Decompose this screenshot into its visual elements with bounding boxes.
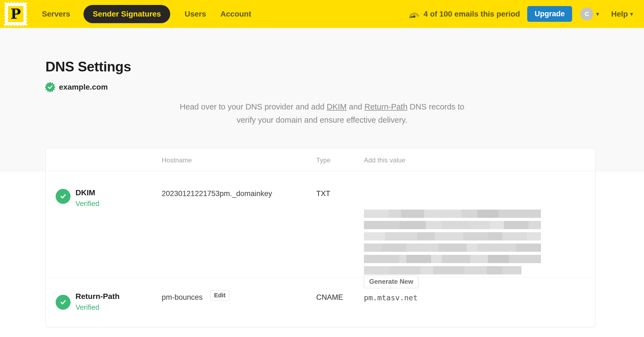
nav-item-sender-signatures[interactable]: Sender Signatures	[83, 5, 170, 23]
account-menu[interactable]: C ▾	[580, 7, 599, 20]
return-path-link[interactable]: Return-Path	[364, 102, 407, 111]
help-label: Help	[611, 10, 628, 18]
description-text: DNS records to	[407, 102, 464, 111]
description-line-2: verify your domain and ensure effective …	[0, 113, 644, 127]
domain-row: example.com	[45, 82, 108, 92]
record-name: DKIM	[75, 188, 95, 197]
dkim-link[interactable]: DKIM	[327, 102, 347, 111]
redacted-line	[364, 210, 541, 218]
record-type: CNAME	[316, 293, 343, 302]
edit-return-path-button[interactable]: Edit	[210, 290, 229, 301]
caret-down-icon: ▾	[596, 11, 599, 17]
column-header-hostname: Hostname	[162, 156, 192, 164]
verified-seal-icon	[45, 82, 55, 92]
top-navbar: P Servers Sender Signatures Users Accoun…	[0, 0, 644, 28]
check-circle-icon	[56, 189, 71, 204]
gauge-icon	[408, 9, 420, 19]
redacted-line	[364, 266, 521, 274]
domain-name: example.com	[59, 83, 108, 92]
description-text: and	[347, 102, 364, 111]
caret-down-icon: ▾	[630, 11, 633, 17]
postmark-stamp-icon[interactable]: P	[4, 2, 28, 26]
description-text: Head over to your DNS provider and add	[180, 102, 327, 111]
usage-text: 4 of 100 emails this period	[424, 10, 520, 18]
page-title: DNS Settings	[45, 59, 131, 75]
avatar[interactable]: C	[580, 7, 593, 20]
record-value: pm.mtasv.net	[364, 293, 418, 302]
help-menu[interactable]: Help ▾	[611, 10, 633, 18]
dns-settings-page: P Servers Sender Signatures Users Accoun…	[0, 0, 644, 337]
record-name: Return-Path	[75, 292, 120, 301]
record-type: TXT	[316, 189, 330, 198]
column-header-value: Add this value	[364, 156, 405, 164]
record-hostname: pm-bounces	[162, 293, 203, 302]
record-status-badge: Verified	[75, 199, 99, 208]
record-status-badge: Verified	[75, 303, 99, 312]
redacted-line	[364, 221, 541, 229]
redacted-line	[364, 255, 541, 263]
nav-item-users[interactable]: Users	[185, 10, 206, 18]
redacted-line	[364, 244, 541, 252]
check-circle-icon	[56, 295, 71, 310]
table-row-return-path: Return-Path Verified pm-bounces Edit CNA…	[46, 278, 595, 328]
table-header: Hostname Type Add this value	[46, 148, 595, 171]
nav-item-servers[interactable]: Servers	[42, 10, 70, 18]
description-line-1: Head over to your DNS provider and add D…	[0, 100, 644, 113]
upgrade-button[interactable]: Upgrade	[527, 6, 572, 22]
redacted-line	[364, 232, 541, 240]
record-hostname: 20230121221753pm._domainkey	[162, 189, 272, 198]
dns-records-table: Hostname Type Add this value DKIM Verifi…	[45, 148, 596, 327]
dkim-value-redacted	[364, 210, 541, 277]
column-header-type: Type	[316, 156, 331, 164]
logo-letter: P	[10, 6, 21, 22]
page-description: Head over to your DNS provider and add D…	[0, 100, 644, 127]
table-row-dkim: DKIM Verified 20230121221753pm._domainke…	[46, 171, 595, 277]
usage-meter[interactable]: 4 of 100 emails this period	[408, 9, 520, 19]
nav-item-account[interactable]: Account	[220, 10, 251, 18]
